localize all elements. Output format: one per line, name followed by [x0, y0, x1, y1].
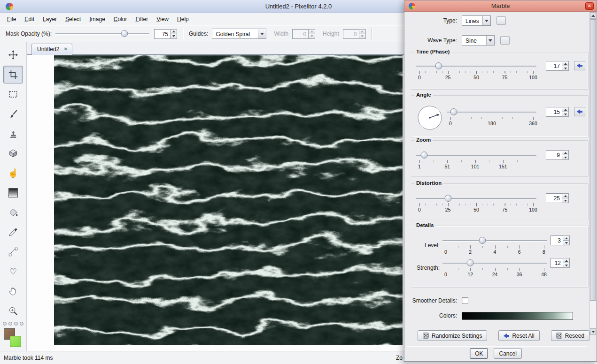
- colors-gradient-bar[interactable]: [462, 312, 573, 320]
- pen-tool-button[interactable]: [3, 243, 23, 261]
- menu-view[interactable]: View: [152, 14, 173, 24]
- menu-color[interactable]: Color: [109, 14, 132, 24]
- color-option-dot[interactable]: [8, 322, 12, 326]
- time-phase-reset-button[interactable]: [574, 61, 585, 70]
- randomize-settings-button[interactable]: Randomize Settings: [418, 330, 487, 341]
- wave-type-extra-button[interactable]: [500, 36, 510, 45]
- smoother-details-checkbox[interactable]: [462, 297, 468, 304]
- clone-stamp-tool-button[interactable]: [3, 125, 23, 143]
- move-icon: [8, 50, 18, 60]
- color-option-dot[interactable]: [14, 322, 18, 326]
- dialog-titlebar[interactable]: Marble ✕: [404, 0, 597, 12]
- time-phase-value[interactable]: 17: [546, 61, 562, 71]
- mask-opacity-value[interactable]: 75: [154, 29, 170, 39]
- combo-arrow-button[interactable]: [258, 29, 266, 38]
- mask-opacity-thumb[interactable]: [121, 30, 128, 37]
- strength-slider[interactable]: 0 12 24 36 48: [442, 257, 547, 279]
- time-phase-slider[interactable]: 0 25 50 75 100: [416, 60, 536, 82]
- wave-type-row: Wave Type: Sine: [404, 35, 510, 46]
- spin-down-button[interactable]: [562, 155, 569, 160]
- spin-up-button[interactable]: [562, 61, 569, 66]
- smudge-tool-button[interactable]: ☝: [3, 164, 23, 182]
- angle-value[interactable]: 15: [546, 107, 562, 117]
- eraser-tool-button[interactable]: [3, 144, 23, 162]
- guides-combobox[interactable]: Golden Spiral: [212, 29, 266, 39]
- slider-thumb[interactable]: [420, 152, 427, 159]
- scroll-down-button[interactable]: [590, 328, 596, 335]
- level-slider[interactable]: 0 2 4 6 8: [442, 235, 547, 256]
- menu-image[interactable]: Image: [85, 14, 109, 24]
- level-value[interactable]: 3: [550, 235, 563, 245]
- menu-layer[interactable]: Layer: [39, 14, 61, 24]
- spin-down-button[interactable]: [563, 263, 570, 268]
- move-tool-button[interactable]: [3, 46, 23, 64]
- angle-dial[interactable]: [417, 105, 442, 130]
- marble-canvas-image[interactable]: [54, 55, 403, 345]
- color-picker-tool-button[interactable]: [3, 223, 23, 241]
- spin-up-button[interactable]: [563, 258, 570, 263]
- hand-tool-button[interactable]: [3, 282, 23, 300]
- mask-opacity-slider[interactable]: [55, 29, 149, 38]
- spin-down-button[interactable]: [562, 198, 569, 203]
- menu-select[interactable]: Select: [61, 14, 85, 24]
- menu-edit[interactable]: Edit: [20, 14, 39, 24]
- spin-up-button[interactable]: [563, 235, 570, 241]
- spin-down-button[interactable]: [170, 34, 177, 39]
- cancel-button[interactable]: Cancel: [494, 348, 521, 359]
- ok-button[interactable]: OK: [470, 348, 488, 359]
- slider-thumb[interactable]: [444, 195, 451, 202]
- color-option-dot[interactable]: [3, 322, 7, 326]
- distortion-slider[interactable]: 0 25 50 75 100: [416, 192, 536, 214]
- spin-up-button[interactable]: [562, 193, 569, 198]
- dialog-close-button[interactable]: ✕: [585, 2, 594, 10]
- reseed-button[interactable]: Reseed: [551, 330, 589, 341]
- spin-up-button[interactable]: [170, 29, 177, 34]
- angle-reset-button[interactable]: [574, 107, 585, 116]
- dialog-body: Type: Lines Wave Type: Sine Time (Phase): [404, 12, 597, 361]
- tab-close-icon[interactable]: ✕: [63, 46, 67, 55]
- angle-spinner[interactable]: 15: [546, 107, 569, 117]
- spin-up-button[interactable]: [562, 150, 569, 155]
- scroll-up-button[interactable]: [590, 12, 596, 19]
- type-combobox[interactable]: Lines: [462, 15, 491, 26]
- crop-tool-button[interactable]: [3, 66, 23, 83]
- zoom-tool-button[interactable]: [3, 302, 23, 320]
- spin-down-button[interactable]: [562, 112, 569, 117]
- level-spinner[interactable]: 3: [550, 235, 570, 245]
- shapes-tool-button[interactable]: ♡: [3, 263, 23, 281]
- distortion-spinner[interactable]: 25: [546, 193, 569, 203]
- zoom-value[interactable]: 9: [546, 150, 562, 160]
- tab-untitled2[interactable]: Untitled2 ✕: [31, 44, 72, 55]
- angle-slider[interactable]: 0 180 360: [447, 106, 536, 128]
- menu-help[interactable]: Help: [173, 14, 193, 24]
- strength-value[interactable]: 12: [550, 258, 563, 268]
- reset-all-button[interactable]: Reset All: [498, 330, 539, 341]
- spin-down-button[interactable]: [563, 241, 570, 245]
- menu-file[interactable]: File: [3, 14, 20, 24]
- strength-spinner[interactable]: 12: [550, 258, 570, 268]
- menu-filter[interactable]: Filter: [132, 14, 153, 24]
- zoom-slider[interactable]: 1 51 101 151: [416, 149, 536, 171]
- rectangle-select-tool-button[interactable]: [3, 85, 23, 103]
- background-color-swatch[interactable]: [10, 336, 21, 347]
- type-extra-button[interactable]: [496, 16, 506, 25]
- distortion-value[interactable]: 25: [546, 193, 562, 203]
- combo-arrow-button[interactable]: [482, 16, 490, 25]
- slider-thumb[interactable]: [479, 237, 486, 244]
- slider-thumb[interactable]: [435, 62, 442, 69]
- spin-up-button[interactable]: [562, 107, 569, 112]
- scrollbar-thumb[interactable]: [590, 19, 596, 301]
- dialog-scrollbar[interactable]: [589, 12, 596, 335]
- color-option-dot[interactable]: [20, 322, 23, 326]
- slider-thumb[interactable]: [450, 108, 457, 115]
- gradient-tool-button[interactable]: [3, 184, 23, 202]
- combo-arrow-button[interactable]: [486, 36, 494, 45]
- time-phase-spinner[interactable]: 17: [546, 61, 569, 71]
- mask-opacity-spinner[interactable]: 75: [154, 29, 177, 39]
- paint-bucket-tool-button[interactable]: [3, 204, 23, 221]
- slider-thumb[interactable]: [467, 259, 474, 266]
- brush-tool-button[interactable]: [3, 105, 23, 123]
- wave-type-combobox[interactable]: Sine: [462, 35, 495, 46]
- spin-down-button[interactable]: [562, 66, 569, 71]
- zoom-spinner[interactable]: 9: [546, 150, 569, 160]
